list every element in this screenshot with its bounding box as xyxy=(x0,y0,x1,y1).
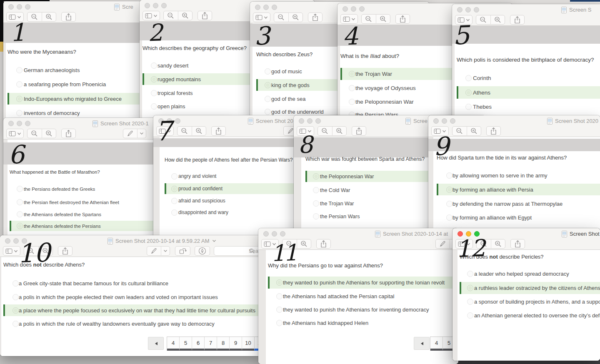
pagination-page-button[interactable]: 8 xyxy=(217,337,229,351)
answer-option[interactable]: a polis in which the people elected thei… xyxy=(3,291,262,303)
zoom-out-button[interactable] xyxy=(164,11,178,20)
sidebar-button[interactable] xyxy=(156,126,174,136)
share-button[interactable] xyxy=(58,246,72,256)
share-button[interactable] xyxy=(486,126,501,136)
radio-icon[interactable] xyxy=(349,85,355,91)
radio-icon[interactable] xyxy=(446,187,452,193)
window-chrome[interactable]: Screen Shot 2020-10-14 at 9.59.22 AM xyxy=(0,235,262,257)
radio-icon[interactable] xyxy=(171,186,178,192)
minimize-button[interactable] xyxy=(13,238,19,244)
minimize-button[interactable] xyxy=(153,3,158,8)
zoom-in-button[interactable] xyxy=(178,11,192,20)
answer-option[interactable]: Thebes xyxy=(457,100,600,113)
zoom-in-button[interactable] xyxy=(38,247,52,255)
close-button[interactable] xyxy=(263,231,269,237)
pagination-page-button[interactable]: 9 xyxy=(229,337,242,351)
answer-option[interactable]: by allowing women to serve in the army xyxy=(437,170,600,181)
share-button[interactable] xyxy=(510,15,525,25)
radio-icon[interactable] xyxy=(16,110,22,116)
share-button[interactable] xyxy=(61,12,76,22)
share-button[interactable] xyxy=(211,126,226,136)
markup-button[interactable] xyxy=(123,129,137,138)
share-button[interactable] xyxy=(316,239,331,249)
answer-option[interactable]: a polis in which the rule of wealthy lan… xyxy=(3,318,262,329)
radio-icon[interactable] xyxy=(151,90,157,96)
zoom-in-button[interactable] xyxy=(192,127,206,135)
answer-option[interactable]: German archaeologists xyxy=(8,64,150,76)
window-chrome[interactable]: Scre xyxy=(3,1,150,23)
answer-option[interactable]: a seafaring people from Phoenicia xyxy=(8,78,150,90)
sidebar-button[interactable] xyxy=(261,239,279,249)
minimize-button[interactable] xyxy=(465,7,471,12)
radio-icon[interactable] xyxy=(465,104,472,110)
minimize-button[interactable] xyxy=(466,231,471,237)
zoom-out-button[interactable] xyxy=(362,15,376,23)
share-button[interactable] xyxy=(510,239,525,249)
pagination-page-button[interactable]: 4 xyxy=(167,337,179,351)
pagination-page-button[interactable]: 7 xyxy=(204,337,217,351)
draw-button[interactable] xyxy=(195,246,210,256)
close-button[interactable] xyxy=(342,6,348,12)
zoom-out-button[interactable] xyxy=(178,127,192,135)
radio-icon[interactable] xyxy=(151,76,157,82)
answer-option[interactable]: Indo-Europeans who migrated to Greece xyxy=(8,93,150,105)
radio-icon[interactable] xyxy=(467,312,473,319)
close-button[interactable] xyxy=(8,4,14,10)
radio-icon[interactable] xyxy=(349,99,355,105)
answer-option[interactable]: the Athenians had kidnapped Helen xyxy=(268,317,458,329)
answer-option[interactable]: they wanted to punish the Athenians for … xyxy=(268,304,458,316)
close-button[interactable] xyxy=(433,118,439,124)
zoom-out-button[interactable] xyxy=(24,247,38,255)
answer-option[interactable]: a place where the people focused so excl… xyxy=(3,304,262,316)
radio-icon[interactable] xyxy=(446,214,452,221)
minimize-button[interactable] xyxy=(272,231,277,237)
radio-icon[interactable] xyxy=(17,199,23,205)
radio-icon[interactable] xyxy=(16,67,22,73)
zoom-window-button[interactable] xyxy=(272,5,277,10)
zoom-in-button[interactable] xyxy=(376,15,390,23)
radio-icon[interactable] xyxy=(17,186,23,192)
answer-option[interactable]: they wanted to punish the Athenians for … xyxy=(268,277,458,289)
radio-icon[interactable] xyxy=(171,173,178,180)
sidebar-button[interactable] xyxy=(297,126,314,136)
radio-icon[interactable] xyxy=(446,201,452,207)
zoom-window-button[interactable] xyxy=(359,6,365,12)
radio-icon[interactable] xyxy=(17,223,23,229)
window-chrome[interactable]: Screen Shot xyxy=(452,228,600,250)
close-button[interactable] xyxy=(158,118,164,124)
minimize-button[interactable] xyxy=(167,118,172,124)
radio-icon[interactable] xyxy=(349,71,355,77)
window-chrome[interactable]: Screen Shot 2020 xyxy=(428,115,600,137)
sidebar-button[interactable] xyxy=(142,11,160,20)
zoom-out-button[interactable] xyxy=(274,13,288,22)
zoom-in-button[interactable] xyxy=(42,129,56,138)
zoom-window-button[interactable] xyxy=(175,118,180,124)
minimize-button[interactable] xyxy=(263,5,269,10)
zoom-in-button[interactable] xyxy=(332,127,346,135)
zoom-window-button[interactable] xyxy=(25,121,30,126)
sidebar-button[interactable] xyxy=(253,12,270,22)
zoom-out-button[interactable] xyxy=(476,15,490,24)
zoom-out-button[interactable] xyxy=(282,239,297,248)
radio-icon[interactable] xyxy=(313,173,319,180)
answer-option[interactable]: an Athenian general elected to oversee t… xyxy=(460,309,600,322)
zoom-window-button[interactable] xyxy=(25,4,30,10)
radio-icon[interactable] xyxy=(12,307,19,314)
markup-button[interactable] xyxy=(147,247,161,255)
radio-icon[interactable] xyxy=(313,200,319,207)
radio-icon[interactable] xyxy=(265,82,271,88)
minimize-button[interactable] xyxy=(442,118,447,124)
radio-icon[interactable] xyxy=(171,209,178,216)
radio-icon[interactable] xyxy=(151,62,157,69)
search-input[interactable] xyxy=(214,246,262,256)
radio-icon[interactable] xyxy=(276,293,282,299)
radio-icon[interactable] xyxy=(12,294,19,300)
radio-icon[interactable] xyxy=(465,90,472,96)
zoom-in-button[interactable] xyxy=(490,15,505,24)
answer-option[interactable]: a Greek city-state that became famous fo… xyxy=(3,277,262,289)
sidebar-button[interactable] xyxy=(3,246,20,256)
radio-icon[interactable] xyxy=(17,211,23,217)
zoom-window-button[interactable] xyxy=(474,7,479,12)
radio-icon[interactable] xyxy=(171,198,178,204)
share-button[interactable] xyxy=(352,126,366,136)
